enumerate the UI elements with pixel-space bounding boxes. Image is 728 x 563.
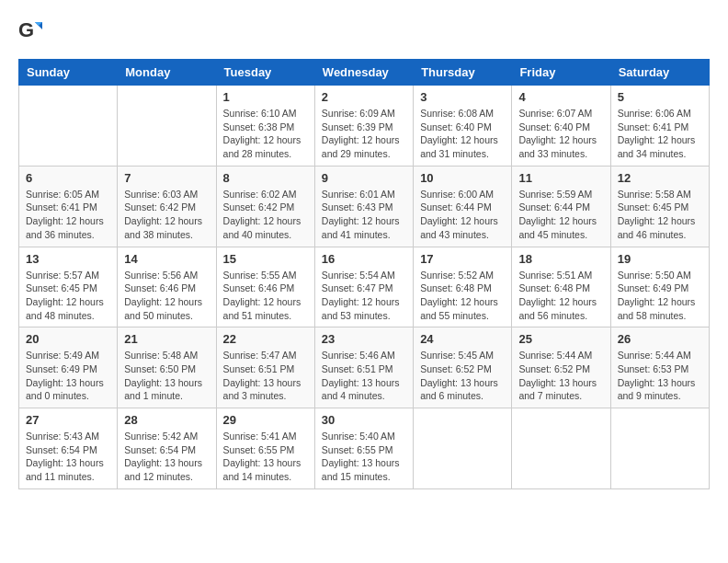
calendar-cell: 24Sunrise: 5:45 AM Sunset: 6:52 PM Dayli… — [414, 327, 512, 408]
day-info: Sunrise: 5:55 AM Sunset: 6:46 PM Dayligh… — [223, 269, 308, 323]
calendar-table: SundayMondayTuesdayWednesdayThursdayFrid… — [18, 59, 710, 489]
day-info: Sunrise: 5:41 AM Sunset: 6:55 PM Dayligh… — [223, 430, 308, 484]
day-number: 22 — [223, 332, 308, 346]
day-info: Sunrise: 5:58 AM Sunset: 6:45 PM Dayligh… — [618, 188, 702, 242]
day-number: 16 — [322, 252, 406, 266]
calendar-cell: 6Sunrise: 6:05 AM Sunset: 6:41 PM Daylig… — [19, 166, 118, 247]
day-info: Sunrise: 5:56 AM Sunset: 6:46 PM Dayligh… — [124, 269, 209, 323]
day-info: Sunrise: 5:54 AM Sunset: 6:47 PM Dayligh… — [322, 269, 406, 323]
day-info: Sunrise: 5:47 AM Sunset: 6:51 PM Dayligh… — [223, 349, 308, 403]
calendar-cell: 4Sunrise: 6:07 AM Sunset: 6:40 PM Daylig… — [512, 86, 610, 167]
day-number: 2 — [322, 90, 406, 104]
day-info: Sunrise: 5:45 AM Sunset: 6:52 PM Dayligh… — [420, 349, 505, 403]
calendar-cell: 1Sunrise: 6:10 AM Sunset: 6:38 PM Daylig… — [216, 86, 314, 167]
day-info: Sunrise: 5:42 AM Sunset: 6:54 PM Dayligh… — [124, 430, 209, 484]
day-info: Sunrise: 5:46 AM Sunset: 6:51 PM Dayligh… — [322, 349, 406, 403]
day-number: 29 — [223, 413, 308, 427]
day-number: 25 — [518, 332, 603, 346]
day-number: 12 — [618, 171, 702, 185]
calendar-cell: 14Sunrise: 5:56 AM Sunset: 6:46 PM Dayli… — [118, 247, 216, 327]
day-number: 14 — [124, 252, 209, 266]
day-number: 6 — [26, 171, 110, 185]
calendar-cell: 16Sunrise: 5:54 AM Sunset: 6:47 PM Dayli… — [314, 247, 413, 327]
calendar-cell: 29Sunrise: 5:41 AM Sunset: 6:55 PM Dayli… — [216, 408, 314, 489]
calendar-cell — [118, 86, 216, 167]
calendar-cell: 27Sunrise: 5:43 AM Sunset: 6:54 PM Dayli… — [19, 408, 118, 489]
calendar-cell: 21Sunrise: 5:48 AM Sunset: 6:50 PM Dayli… — [118, 327, 216, 408]
day-number: 15 — [223, 252, 308, 266]
calendar-header-tuesday: Tuesday — [216, 60, 314, 86]
logo: G — [18, 18, 46, 44]
day-number: 3 — [420, 90, 505, 104]
calendar-cell: 17Sunrise: 5:52 AM Sunset: 6:48 PM Dayli… — [414, 247, 512, 327]
calendar-cell: 28Sunrise: 5:42 AM Sunset: 6:54 PM Dayli… — [118, 408, 216, 489]
day-number: 13 — [26, 252, 110, 266]
calendar-cell: 15Sunrise: 5:55 AM Sunset: 6:46 PM Dayli… — [216, 247, 314, 327]
calendar-cell: 7Sunrise: 6:03 AM Sunset: 6:42 PM Daylig… — [118, 166, 216, 247]
day-number: 26 — [618, 332, 702, 346]
calendar-cell: 11Sunrise: 5:59 AM Sunset: 6:44 PM Dayli… — [512, 166, 610, 247]
calendar-cell — [19, 86, 118, 167]
day-number: 24 — [420, 332, 505, 346]
day-info: Sunrise: 5:59 AM Sunset: 6:44 PM Dayligh… — [518, 188, 603, 242]
calendar-cell: 19Sunrise: 5:50 AM Sunset: 6:49 PM Dayli… — [610, 247, 709, 327]
calendar-header-friday: Friday — [512, 60, 610, 86]
day-info: Sunrise: 5:43 AM Sunset: 6:54 PM Dayligh… — [26, 430, 110, 484]
calendar-cell: 20Sunrise: 5:49 AM Sunset: 6:49 PM Dayli… — [19, 327, 118, 408]
calendar-header-monday: Monday — [118, 60, 216, 86]
day-info: Sunrise: 5:52 AM Sunset: 6:48 PM Dayligh… — [420, 269, 505, 323]
calendar-cell: 9Sunrise: 6:01 AM Sunset: 6:43 PM Daylig… — [314, 166, 413, 247]
day-number: 23 — [322, 332, 406, 346]
day-number: 4 — [518, 90, 603, 104]
calendar-cell: 3Sunrise: 6:08 AM Sunset: 6:40 PM Daylig… — [414, 86, 512, 167]
calendar-cell: 22Sunrise: 5:47 AM Sunset: 6:51 PM Dayli… — [216, 327, 314, 408]
day-info: Sunrise: 5:49 AM Sunset: 6:49 PM Dayligh… — [26, 349, 110, 403]
calendar-cell — [414, 408, 512, 489]
day-number: 11 — [518, 171, 603, 185]
day-info: Sunrise: 5:48 AM Sunset: 6:50 PM Dayligh… — [124, 349, 209, 403]
day-number: 7 — [124, 171, 209, 185]
day-number: 30 — [322, 413, 406, 427]
day-info: Sunrise: 5:44 AM Sunset: 6:53 PM Dayligh… — [618, 349, 702, 403]
day-number: 9 — [322, 171, 406, 185]
day-info: Sunrise: 5:57 AM Sunset: 6:45 PM Dayligh… — [26, 269, 110, 323]
day-number: 27 — [26, 413, 110, 427]
day-number: 5 — [618, 90, 702, 104]
calendar-week-row: 6Sunrise: 6:05 AM Sunset: 6:41 PM Daylig… — [19, 166, 710, 247]
day-number: 19 — [618, 252, 702, 266]
day-number: 10 — [420, 171, 505, 185]
header: G — [18, 18, 710, 44]
logo-icon: G — [18, 18, 44, 44]
svg-text:G: G — [18, 18, 34, 41]
calendar-cell: 18Sunrise: 5:51 AM Sunset: 6:48 PM Dayli… — [512, 247, 610, 327]
calendar-week-row: 13Sunrise: 5:57 AM Sunset: 6:45 PM Dayli… — [19, 247, 710, 327]
calendar-cell — [610, 408, 709, 489]
day-info: Sunrise: 6:02 AM Sunset: 6:42 PM Dayligh… — [223, 188, 308, 242]
day-number: 8 — [223, 171, 308, 185]
calendar-cell: 2Sunrise: 6:09 AM Sunset: 6:39 PM Daylig… — [314, 86, 413, 167]
day-info: Sunrise: 6:08 AM Sunset: 6:40 PM Dayligh… — [420, 107, 505, 161]
calendar-cell: 12Sunrise: 5:58 AM Sunset: 6:45 PM Dayli… — [610, 166, 709, 247]
calendar-cell — [512, 408, 610, 489]
day-number: 21 — [124, 332, 209, 346]
day-info: Sunrise: 6:10 AM Sunset: 6:38 PM Dayligh… — [223, 107, 308, 161]
day-number: 17 — [420, 252, 505, 266]
calendar-cell: 5Sunrise: 6:06 AM Sunset: 6:41 PM Daylig… — [610, 86, 709, 167]
calendar-header-wednesday: Wednesday — [314, 60, 413, 86]
calendar-header-sunday: Sunday — [19, 60, 118, 86]
day-info: Sunrise: 5:40 AM Sunset: 6:55 PM Dayligh… — [322, 430, 406, 484]
calendar-cell: 26Sunrise: 5:44 AM Sunset: 6:53 PM Dayli… — [610, 327, 709, 408]
calendar-cell: 30Sunrise: 5:40 AM Sunset: 6:55 PM Dayli… — [314, 408, 413, 489]
calendar-week-row: 27Sunrise: 5:43 AM Sunset: 6:54 PM Dayli… — [19, 408, 710, 489]
day-number: 18 — [518, 252, 603, 266]
day-number: 20 — [26, 332, 110, 346]
day-number: 28 — [124, 413, 209, 427]
calendar-header-saturday: Saturday — [610, 60, 709, 86]
calendar-cell: 8Sunrise: 6:02 AM Sunset: 6:42 PM Daylig… — [216, 166, 314, 247]
calendar-week-row: 1Sunrise: 6:10 AM Sunset: 6:38 PM Daylig… — [19, 86, 710, 167]
calendar-cell: 10Sunrise: 6:00 AM Sunset: 6:44 PM Dayli… — [414, 166, 512, 247]
calendar-cell: 23Sunrise: 5:46 AM Sunset: 6:51 PM Dayli… — [314, 327, 413, 408]
day-info: Sunrise: 5:51 AM Sunset: 6:48 PM Dayligh… — [518, 269, 603, 323]
calendar-header-row: SundayMondayTuesdayWednesdayThursdayFrid… — [19, 60, 710, 86]
day-info: Sunrise: 6:01 AM Sunset: 6:43 PM Dayligh… — [322, 188, 406, 242]
